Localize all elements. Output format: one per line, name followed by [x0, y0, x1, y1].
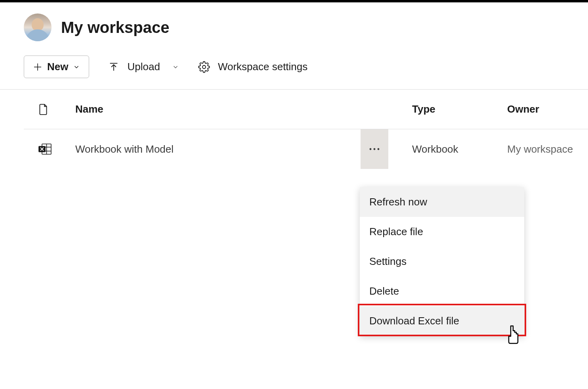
content-table: Name Type Owner Workbook with Model Work…	[0, 90, 588, 169]
upload-button[interactable]: Upload	[108, 61, 179, 73]
menu-item-download-excel[interactable]: Download Excel file	[360, 306, 524, 336]
row-name[interactable]: Workbook with Model	[75, 143, 361, 155]
row-type: Workbook	[400, 143, 507, 155]
upload-button-label: Upload	[127, 61, 160, 73]
row-actions-cell	[361, 129, 400, 169]
workspace-header: My workspace New Upload	[0, 2, 588, 89]
column-header-type[interactable]: Type	[400, 103, 507, 115]
column-header-icon	[24, 103, 75, 115]
svg-point-4	[202, 65, 206, 69]
svg-point-12	[378, 148, 380, 150]
svg-point-10	[370, 148, 372, 150]
menu-item-replace-file[interactable]: Replace file	[360, 217, 524, 247]
chevron-down-icon	[172, 63, 179, 71]
table-header-row: Name Type Owner	[24, 90, 588, 129]
more-options-button[interactable]	[361, 129, 388, 169]
chevron-down-icon	[73, 63, 80, 71]
toolbar: New Upload Workspace settings	[24, 56, 564, 89]
workspace-settings-button[interactable]: Workspace settings	[198, 61, 307, 73]
new-button-label: New	[47, 61, 68, 73]
context-menu: Refresh now Replace file Settings Delete…	[360, 187, 524, 336]
menu-item-delete[interactable]: Delete	[360, 276, 524, 306]
page-title: My workspace	[61, 19, 169, 36]
workspace-settings-label: Workspace settings	[218, 61, 307, 73]
row-owner: My workspace	[507, 143, 586, 155]
upload-icon	[108, 61, 119, 73]
column-header-name[interactable]: Name	[75, 103, 361, 115]
avatar	[24, 13, 52, 41]
menu-item-settings[interactable]: Settings	[360, 247, 524, 276]
title-row: My workspace	[24, 13, 564, 41]
new-button[interactable]: New	[24, 56, 89, 78]
column-header-owner[interactable]: Owner	[507, 103, 586, 115]
more-horizontal-icon	[369, 148, 380, 151]
table-row[interactable]: Workbook with Model Workbook My workspac…	[24, 129, 588, 169]
gear-icon	[198, 61, 210, 73]
svg-point-11	[374, 148, 376, 150]
menu-item-refresh-now[interactable]: Refresh now	[360, 187, 524, 217]
plus-icon	[33, 62, 42, 72]
excel-icon	[24, 143, 75, 155]
